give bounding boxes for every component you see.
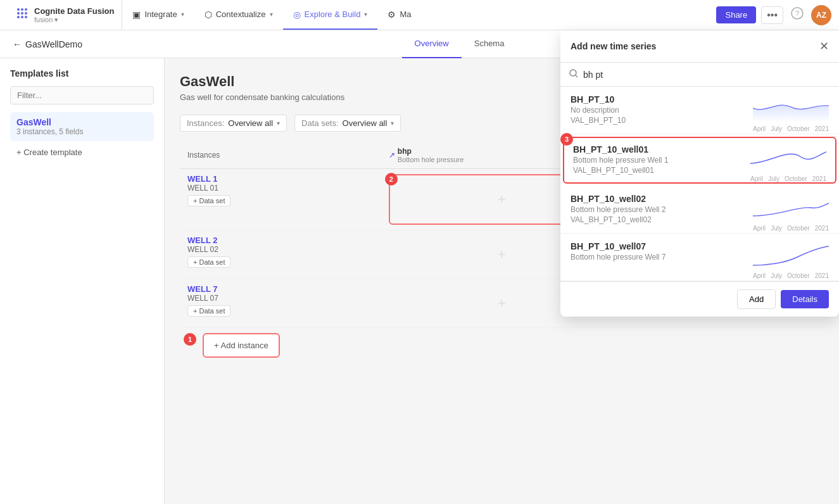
nav-explore[interactable]: ◎ Explore & Build ▾ xyxy=(283,0,378,30)
svg-line-12 xyxy=(576,75,577,77)
back-button[interactable]: ← GasWellDemo xyxy=(13,39,82,49)
chart-labels-3: April July October 2021 xyxy=(753,225,829,232)
brand-icon xyxy=(15,6,29,23)
explore-icon: ◎ xyxy=(293,9,301,20)
instance-cell-1: WELL 1 WELL 01 + Data set xyxy=(180,169,381,230)
svg-text:?: ? xyxy=(795,9,799,17)
svg-point-8 xyxy=(25,16,27,18)
add-timeseries-panel: Add new time series ✕ BH_PT_10 No descri… xyxy=(560,30,839,317)
dataset-button-1[interactable]: + Data set xyxy=(187,195,230,206)
datasets-select[interactable]: Data sets: Overview all ▾ xyxy=(294,115,401,132)
svg-point-2 xyxy=(25,8,27,11)
result-item-bh-pt-10-well01[interactable]: 3 BH_PT_10_well01 Bottom hole pressure W… xyxy=(563,137,836,184)
chart-labels-2: April July October 2021 xyxy=(750,175,826,182)
add-instance-button[interactable]: + Add instance xyxy=(203,333,280,358)
top-nav: Cognite Data Fusion fusion ▾ ▣ Integrate… xyxy=(0,0,839,30)
result-content-3: BH_PT_10_well02 Bottom hole pressure Wel… xyxy=(571,194,748,224)
nav-manage[interactable]: ⚙ Ma xyxy=(377,0,421,30)
result-content-2: BH_PT_10_well01 Bottom hole pressure Wel… xyxy=(573,144,745,175)
svg-point-11 xyxy=(570,70,576,76)
add-button[interactable]: Add xyxy=(737,289,776,309)
dataset-button-2[interactable]: + Data set xyxy=(187,256,230,268)
svg-point-3 xyxy=(17,12,20,15)
results-list: BH_PT_10 No description VAL_BH_PT_10 xyxy=(560,87,839,281)
step-badge-3: 3 xyxy=(560,133,573,146)
tab-schema[interactable]: Schema xyxy=(462,30,517,58)
brand-sub: fusion ▾ xyxy=(34,16,114,24)
tab-overview[interactable]: Overview xyxy=(402,30,462,58)
share-button[interactable]: Share xyxy=(716,6,756,23)
filter-input[interactable] xyxy=(10,86,154,104)
instance-cell-2: WELL 2 WELL 02 + Data set xyxy=(180,230,381,279)
result-item-bh-pt-10-well02[interactable]: BH_PT_10_well02 Bottom hole pressure Wel… xyxy=(560,186,839,234)
details-button[interactable]: Details xyxy=(781,290,829,308)
result-chart-1: April July October 2021 xyxy=(753,94,829,126)
nav-right: Share ••• ? AZ xyxy=(716,4,831,25)
brand-logo[interactable]: Cognite Data Fusion fusion ▾ xyxy=(8,0,122,30)
result-chart-2: April July October 2021 xyxy=(750,144,826,176)
search-input[interactable] xyxy=(583,70,830,80)
help-button[interactable]: ? xyxy=(788,4,806,25)
panel-close-button[interactable]: ✕ xyxy=(819,39,829,53)
plus-icon: + xyxy=(498,191,506,208)
add-instance-row: 1 + Add instance xyxy=(180,328,824,363)
bhp-trend-icon: ↗ xyxy=(389,151,395,160)
nav-items: ▣ Integrate ▾ ⬡ Contextualize ▾ ◎ Explor… xyxy=(122,0,716,30)
chart-labels-4: April July October 2021 xyxy=(753,272,829,279)
panel-title: Add new time series xyxy=(571,41,656,51)
integrate-icon: ▣ xyxy=(132,9,141,20)
search-icon xyxy=(569,69,578,80)
instance-cell-7: WELL 7 WELL 07 + Data set xyxy=(180,279,381,328)
sidebar-title: Templates list xyxy=(10,68,154,79)
th-instances: Instances xyxy=(180,142,381,169)
panel-header: Add new time series ✕ xyxy=(560,30,839,63)
nav-contextualize[interactable]: ⬡ Contextualize ▾ xyxy=(194,0,283,30)
step-badge-2: 2 xyxy=(385,173,398,186)
plus-icon-bhp2: + xyxy=(498,246,506,263)
manage-icon: ⚙ xyxy=(388,9,396,20)
create-template-button[interactable]: + Create template xyxy=(10,144,89,161)
result-content-1: BH_PT_10 No description VAL_BH_PT_10 xyxy=(571,94,748,125)
svg-point-4 xyxy=(21,12,23,15)
sidebar: Templates list GasWell 3 instances, 5 fi… xyxy=(0,58,165,504)
nav-integrate[interactable]: ▣ Integrate ▾ xyxy=(122,0,194,30)
add-instance-cell: 1 + Add instance xyxy=(180,328,824,363)
more-button[interactable]: ••• xyxy=(761,6,783,24)
step-badge-1: 1 xyxy=(184,333,196,346)
panel-footer: Add Details xyxy=(560,281,839,317)
contextualize-icon: ⬡ xyxy=(205,9,212,20)
result-item-bh-pt-10[interactable]: BH_PT_10 No description VAL_BH_PT_10 xyxy=(560,87,839,134)
dataset-button-7[interactable]: + Data set xyxy=(187,305,230,317)
avatar: AZ xyxy=(811,5,831,25)
svg-point-1 xyxy=(21,8,23,11)
chart-labels-1: April July October 2021 xyxy=(753,125,829,132)
back-arrow-icon: ← xyxy=(13,39,22,49)
svg-point-0 xyxy=(17,8,20,11)
result-chart-4: April July October 2021 xyxy=(753,241,829,273)
result-item-bh-pt-10-well07[interactable]: BH_PT_10_well07 Bottom hole pressure Wel… xyxy=(560,234,839,281)
search-row xyxy=(560,63,839,87)
instances-select[interactable]: Instances: Overview all ▾ xyxy=(180,115,287,132)
brand-name: Cognite Data Fusion xyxy=(34,6,114,16)
svg-point-5 xyxy=(25,12,27,15)
sidebar-item-gaswell[interactable]: GasWell 3 instances, 5 fields xyxy=(10,112,154,141)
result-chart-3: April July October 2021 xyxy=(753,194,829,225)
result-content-4: BH_PT_10_well07 Bottom hole pressure Wel… xyxy=(571,241,748,263)
svg-point-6 xyxy=(17,16,20,18)
svg-point-7 xyxy=(21,16,23,18)
plus-icon-bhp7: + xyxy=(498,295,506,312)
